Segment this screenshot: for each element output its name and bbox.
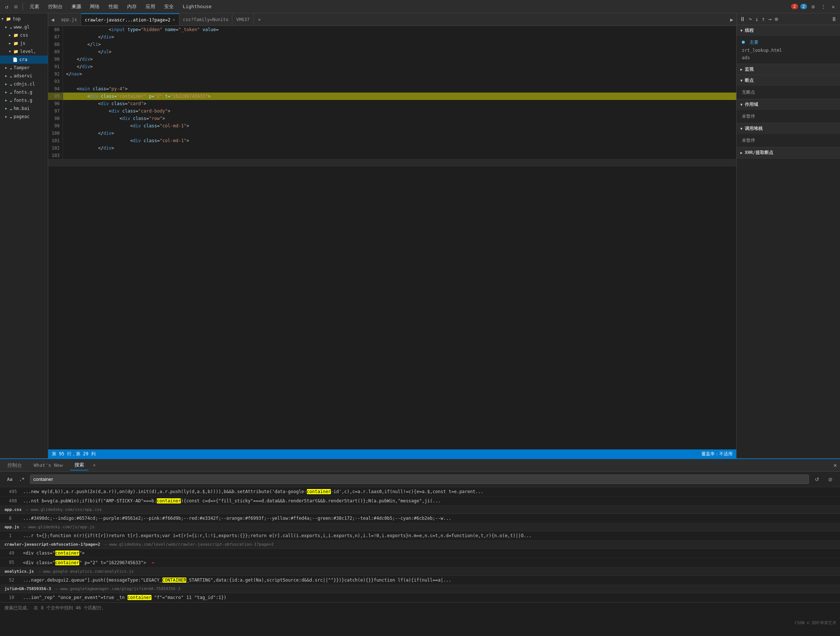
tab-crawler[interactable]: crawler-javascr...ation-1?page=2 ✕ [81,13,179,26]
callstack-section: ▼ 调用堆栈 未暂停 [737,123,840,147]
line-num-97: 97 [48,107,63,115]
tab-css-family[interactable]: css?family=Nunito [179,13,233,26]
main-toolbar: ↺ ⊡ 元素 控制台 来源 网络 性能 内存 应用 安全 Lighthouse … [0,0,840,13]
tree-item-fonts1[interactable]: ▶ ☁ fonts.g [0,88,48,96]
tree-arrow-pageac: ▶ [5,115,9,118]
pause-button[interactable]: ⏸ [740,16,745,23]
tab-memory[interactable]: 内存 [123,2,141,11]
horizontal-scrollbar[interactable] [48,159,736,167]
tree-item-fonts2[interactable]: ▶ ☁ fonts.g [0,96,48,104]
tree-item-cdnjs[interactable]: ▶ ☁ cdnjs.cl [0,80,48,88]
line-content-86: <input type="hidden" name="_token" value… [63,26,736,33]
tab-crawler-close[interactable]: ✕ [173,17,175,22]
xhr-header[interactable]: ▶ XHR/提取断点 [737,147,840,158]
tree-item-pageac[interactable]: ▶ ☁ pageac [0,113,48,121]
screen-icon[interactable]: ⊡ [12,2,19,11]
tree-item-hm[interactable]: ▶ ☁ hm.bai [0,104,48,113]
line-content-91: </div> [63,63,736,70]
tree-item-www[interactable]: ▶ ☁ www.gl [0,23,48,31]
file-tree: ▼ 📁 top ▶ ☁ www.gl ▶ 📁 css ▶ 📁 js ▼ 📁 le… [0,13,48,458]
tree-item-js[interactable]: ▶ 📁 js [0,39,48,47]
code-line-92: 92 </nav> [48,70,736,78]
tab-vm637[interactable]: VM637 [232,13,253,26]
thread-ads[interactable]: ads [742,54,835,61]
file-icon-crawler: 📄 [13,57,18,62]
line-num-93: 93 [48,78,63,85]
cloud-icon-cdnjs: ☁ [9,82,12,87]
code-line-96: 96 <div class="card"> [48,100,736,107]
code-lines: 86 <input type="hidden" name="_token" va… [48,26,736,159]
threads-header[interactable]: ▼ 线程 [737,25,840,36]
tab-console[interactable]: 控制台 [44,2,66,11]
tab-sources[interactable]: 来源 [68,2,85,11]
tree-item-adservi[interactable]: ▶ ☁ adservi [0,72,48,80]
code-line-95: 95 <div class="container" p="2" t="16229… [48,93,736,100]
tab-nav-back[interactable]: ◀ [48,17,57,23]
scope-header[interactable]: ▼ 作用域 [737,99,840,110]
code-panel: ◀ app.js crawler-javascr...ation-1?page=… [48,13,736,458]
thread-dot [742,41,745,44]
line-content-92: </nav> [63,70,736,78]
tree-label-top: top [13,16,21,22]
callstack-header[interactable]: ▼ 调用堆栈 [737,123,840,134]
line-num-88: 88 [48,41,63,48]
tab-performance[interactable]: 性能 [105,2,122,11]
more-icon[interactable]: ⋮ [818,2,828,11]
right-container: ◀ app.js crawler-javascr...ation-1?page=… [48,13,840,458]
tab-lighthouse[interactable]: Lighthouse [179,4,215,9]
settings-icon[interactable]: ⚙ [809,2,817,11]
rotate-icon[interactable]: ↺ [3,2,10,11]
tree-label-tamper: Tamper [14,65,30,70]
line-num-99: 99 [48,122,63,129]
tree-item-css[interactable]: ▶ 📁 css [0,31,48,39]
scope-label: 作用域 [745,101,758,108]
step-out-button[interactable]: ↑ [761,16,765,23]
step-into-button[interactable]: ↓ [755,16,759,23]
tree-item-crawler[interactable]: 📄 cra [0,55,48,64]
monitor-header[interactable]: ▶ 监视 [737,64,840,75]
code-area[interactable]: 86 <input type="hidden" name="_token" va… [48,26,736,449]
tab-application[interactable]: 应用 [142,2,159,11]
callstack-content: 未暂停 [737,134,840,147]
tab-css-label: css?family=Nunito [183,17,229,22]
tree-item-top[interactable]: ▼ 📁 top [0,15,48,23]
tab-elements[interactable]: 元素 [26,2,43,11]
tab-security[interactable]: 安全 [160,2,177,11]
thread-main[interactable]: 主要 [742,38,835,47]
code-line-94: 94 <main class="py-4"> [48,85,736,93]
tree-label-adservi: adservi [14,73,33,79]
line-num-86: 86 [48,26,63,33]
code-line-98: 98 <div class="row"> [48,115,736,122]
line-num-92: 92 [48,70,63,78]
thread-zrt[interactable]: zrt_lookup.html [742,47,835,54]
tree-item-level[interactable]: ▼ 📁 level, [0,47,48,55]
tree-arrow-adservi: ▶ [5,74,9,78]
line-num-90: 90 [48,55,63,63]
tabs-more-button[interactable]: » [255,17,264,22]
code-line-90: 90 </div> [48,55,736,63]
run-button[interactable]: ▶ [727,17,736,23]
breakpoints-label: 断点 [745,77,754,83]
line-num-98: 98 [48,115,63,122]
deactivate-button[interactable]: ⊗ [775,16,778,23]
tree-label-fonts1: fonts.g [14,90,33,95]
cloud-icon-pageac: ☁ [9,114,12,119]
tab-network[interactable]: 网络 [86,2,103,11]
step-over-button[interactable]: ↷ [748,16,752,23]
step-button[interactable]: → [768,16,772,23]
threads-content: 主要 zrt_lookup.html ads [737,36,840,64]
close-icon[interactable]: ✕ [830,2,837,11]
tab-app-js[interactable]: app.js [57,13,81,26]
line-num-100: 100 [48,129,63,137]
code-line-100: 100 </div> [48,129,736,137]
main-container: ▼ 📁 top ▶ ☁ www.gl ▶ 📁 css ▶ 📁 js ▼ 📁 le… [0,13,840,458]
tree-item-tamper[interactable]: ▶ ☁ Tamper [0,64,48,72]
cloud-icon-fonts1: ☁ [9,90,12,95]
scope-section: ▼ 作用域 未暂停 [737,99,840,123]
breakpoints-header[interactable]: ▼ 断点 [737,75,840,86]
mute-button[interactable]: ⏸ [831,16,837,23]
tree-arrow-level: ▼ [9,50,13,53]
tree-arrow-www: ▶ [5,25,9,29]
code-line-88: 88 </li> [48,41,736,48]
threads-section: ▼ 线程 主要 zrt_lookup.html ads [737,25,840,64]
